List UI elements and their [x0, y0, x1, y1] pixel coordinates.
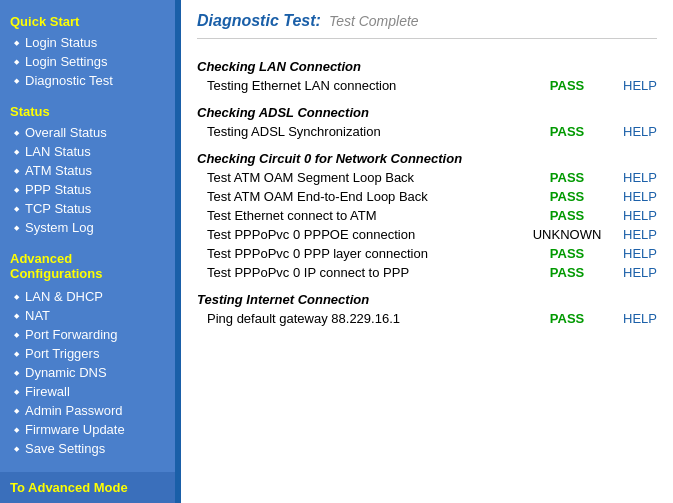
- sidebar: Quick Start Login StatusLogin SettingsDi…: [0, 0, 175, 503]
- sidebar-item-lan-status[interactable]: LAN Status: [0, 142, 175, 161]
- sidebar-section-quick-start: Quick Start: [0, 6, 175, 33]
- diag-row-help-link[interactable]: HELP: [607, 170, 657, 185]
- sidebar-configurations-label: Configurations: [10, 266, 102, 281]
- diag-row-help-link[interactable]: HELP: [607, 265, 657, 280]
- diag-row-help-link[interactable]: HELP: [607, 78, 657, 93]
- page-subtitle: Test Complete: [329, 13, 419, 29]
- diag-row-label: Test PPPoPvc 0 PPP layer connection: [197, 246, 527, 261]
- diag-row-status: PASS: [527, 78, 607, 93]
- diag-row: Test PPPoPvc 0 PPPOE connectionUNKNOWNHE…: [197, 225, 657, 244]
- diag-row-label: Test PPPoPvc 0 PPPOE connection: [197, 227, 527, 242]
- diag-section-3: Testing Internet ConnectionPing default …: [197, 286, 657, 328]
- diag-row-status: PASS: [527, 189, 607, 204]
- diag-row: Test PPPoPvc 0 IP connect to PPPPASSHELP: [197, 263, 657, 282]
- sidebar-item-atm-status[interactable]: ATM Status: [0, 161, 175, 180]
- to-advanced-mode-link[interactable]: To Advanced Mode: [10, 480, 128, 495]
- diag-row: Testing ADSL SynchronizationPASSHELP: [197, 122, 657, 141]
- diag-row: Testing Ethernet LAN connectionPASSHELP: [197, 76, 657, 95]
- diag-section-header-0: Checking LAN Connection: [197, 53, 657, 76]
- diag-row-help-link[interactable]: HELP: [607, 246, 657, 261]
- sidebar-item-dynamic-dns[interactable]: Dynamic DNS: [0, 363, 175, 382]
- page-header: Diagnostic Test: Test Complete: [197, 12, 657, 39]
- diagnostic-sections: Checking LAN ConnectionTesting Ethernet …: [197, 53, 657, 328]
- diag-row-help-link[interactable]: HELP: [607, 124, 657, 139]
- diag-row-label: Test ATM OAM End-to-End Loop Back: [197, 189, 527, 204]
- sidebar-item-tcp-status[interactable]: TCP Status: [0, 199, 175, 218]
- diag-section-0: Checking LAN ConnectionTesting Ethernet …: [197, 53, 657, 95]
- diag-section-header-3: Testing Internet Connection: [197, 286, 657, 309]
- sidebar-item-lan-dhcp[interactable]: LAN & DHCP: [0, 287, 175, 306]
- diag-row-status: PASS: [527, 311, 607, 326]
- diag-row: Ping default gateway 88.229.16.1PASSHELP: [197, 309, 657, 328]
- diag-row: Test Ethernet connect to ATMPASSHELP: [197, 206, 657, 225]
- diag-row-label: Test PPPoPvc 0 IP connect to PPP: [197, 265, 527, 280]
- sidebar-item-port-triggers[interactable]: Port Triggers: [0, 344, 175, 363]
- sidebar-item-diagnostic-test[interactable]: Diagnostic Test: [0, 71, 175, 90]
- diag-row-status: PASS: [527, 124, 607, 139]
- sidebar-item-login-settings[interactable]: Login Settings: [0, 52, 175, 71]
- diag-row-status: PASS: [527, 265, 607, 280]
- sidebar-item-admin-password[interactable]: Admin Password: [0, 401, 175, 420]
- diag-row-help-link[interactable]: HELP: [607, 311, 657, 326]
- sidebar-item-port-forwarding[interactable]: Port Forwarding: [0, 325, 175, 344]
- diag-row-label: Test Ethernet connect to ATM: [197, 208, 527, 223]
- sidebar-item-system-log[interactable]: System Log: [0, 218, 175, 237]
- diag-row-help-link[interactable]: HELP: [607, 227, 657, 242]
- diag-row: Test ATM OAM Segment Loop BackPASSHELP: [197, 168, 657, 187]
- sidebar-item-nat[interactable]: NAT: [0, 306, 175, 325]
- main-content: Diagnostic Test: Test Complete Checking …: [181, 0, 673, 503]
- diag-section-1: Checking ADSL ConnectionTesting ADSL Syn…: [197, 99, 657, 141]
- diag-row-label: Ping default gateway 88.229.16.1: [197, 311, 527, 326]
- sidebar-item-firmware-update[interactable]: Firmware Update: [0, 420, 175, 439]
- sidebar-item-firewall[interactable]: Firewall: [0, 382, 175, 401]
- diag-row-status: PASS: [527, 246, 607, 261]
- diag-section-header-2: Checking Circuit 0 for Network Connectio…: [197, 145, 657, 168]
- diag-row-help-link[interactable]: HELP: [607, 208, 657, 223]
- diag-row: Test ATM OAM End-to-End Loop BackPASSHEL…: [197, 187, 657, 206]
- diag-row: Test PPPoPvc 0 PPP layer connectionPASSH…: [197, 244, 657, 263]
- diag-row-label: Testing ADSL Synchronization: [197, 124, 527, 139]
- sidebar-item-login-status[interactable]: Login Status: [0, 33, 175, 52]
- sidebar-advanced-items: LAN & DHCPNATPort ForwardingPort Trigger…: [0, 287, 175, 458]
- sidebar-item-save-settings[interactable]: Save Settings: [0, 439, 175, 458]
- sidebar-section-status: Status: [0, 96, 175, 123]
- diag-row-status: PASS: [527, 208, 607, 223]
- diag-row-label: Test ATM OAM Segment Loop Back: [197, 170, 527, 185]
- diag-section-header-1: Checking ADSL Connection: [197, 99, 657, 122]
- diag-row-status: PASS: [527, 170, 607, 185]
- diag-row-status: UNKNOWN: [527, 227, 607, 242]
- diag-row-help-link[interactable]: HELP: [607, 189, 657, 204]
- sidebar-status-items: Overall StatusLAN StatusATM StatusPPP St…: [0, 123, 175, 237]
- sidebar-item-ppp-status[interactable]: PPP Status: [0, 180, 175, 199]
- page-title: Diagnostic Test:: [197, 12, 321, 30]
- diag-section-2: Checking Circuit 0 for Network Connectio…: [197, 145, 657, 282]
- sidebar-item-overall-status[interactable]: Overall Status: [0, 123, 175, 142]
- sidebar-quick-items: Login StatusLogin SettingsDiagnostic Tes…: [0, 33, 175, 90]
- diag-row-label: Testing Ethernet LAN connection: [197, 78, 527, 93]
- sidebar-advanced-label: Advanced: [10, 251, 72, 266]
